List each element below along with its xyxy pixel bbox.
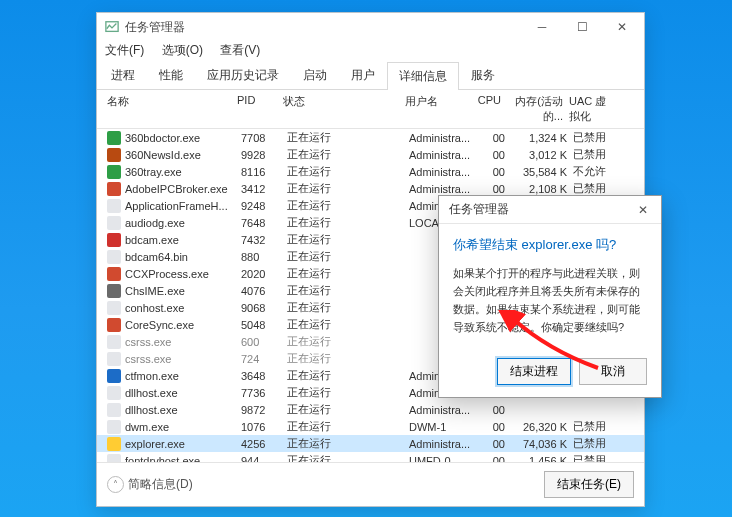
- process-row[interactable]: dllhost.exe9872正在运行Administra...00: [97, 401, 644, 418]
- process-state: 正在运行: [287, 164, 341, 179]
- header-user[interactable]: 用户名: [405, 94, 471, 124]
- confirm-dialog: 任务管理器 ✕ 你希望结束 explorer.exe 吗? 如果某个打开的程序与…: [438, 195, 662, 398]
- end-task-button[interactable]: 结束任务(E): [544, 471, 634, 498]
- tab-2[interactable]: 应用历史记录: [195, 61, 291, 89]
- process-state: 正在运行: [287, 147, 341, 162]
- process-row[interactable]: dwm.exe1076正在运行DWM-10026,320 K已禁用: [97, 418, 644, 435]
- tab-1[interactable]: 性能: [147, 61, 195, 89]
- process-icon: [107, 454, 121, 463]
- process-icon: [107, 233, 121, 247]
- process-icon: [107, 199, 121, 213]
- process-pid: 944: [241, 455, 287, 463]
- end-process-button[interactable]: 结束进程: [497, 358, 571, 385]
- process-row[interactable]: 360NewsId.exe9928正在运行Administra...003,01…: [97, 146, 644, 163]
- process-row[interactable]: 360bdoctor.exe7708正在运行Administra...001,3…: [97, 129, 644, 146]
- dialog-title-bar[interactable]: 任务管理器 ✕: [439, 196, 661, 224]
- header-cpu[interactable]: CPU: [471, 94, 501, 124]
- process-uac: 已禁用: [567, 130, 619, 145]
- header-uac[interactable]: UAC 虚拟化: [563, 94, 615, 124]
- process-name: CoreSync.exe: [125, 319, 241, 331]
- process-state: 正在运行: [287, 130, 341, 145]
- process-uac: 已禁用: [567, 147, 619, 162]
- chevron-up-icon: ˄: [107, 476, 124, 493]
- menu-file[interactable]: 文件(F): [105, 43, 144, 57]
- process-name: CCXProcess.exe: [125, 268, 241, 280]
- process-memory: 3,012 K: [505, 149, 567, 161]
- process-user: UMFD-0: [409, 455, 475, 463]
- dialog-title: 任务管理器: [449, 201, 631, 218]
- process-name: conhost.exe: [125, 302, 241, 314]
- dialog-buttons: 结束进程 取消: [439, 348, 661, 397]
- process-name: AdobeIPCBroker.exe: [125, 183, 241, 195]
- process-state: 正在运行: [287, 334, 341, 349]
- process-name: 360tray.exe: [125, 166, 241, 178]
- header-pid[interactable]: PID: [237, 94, 283, 124]
- process-state: 正在运行: [287, 249, 341, 264]
- process-icon: [107, 352, 121, 366]
- menu-options[interactable]: 选项(O): [162, 43, 203, 57]
- process-name: dllhost.exe: [125, 387, 241, 399]
- process-pid: 7708: [241, 132, 287, 144]
- minimize-button[interactable]: ─: [522, 13, 562, 41]
- tab-4[interactable]: 用户: [339, 61, 387, 89]
- tab-3[interactable]: 启动: [291, 61, 339, 89]
- cancel-button[interactable]: 取消: [579, 358, 647, 385]
- close-button[interactable]: ✕: [602, 13, 642, 41]
- process-pid: 3648: [241, 370, 287, 382]
- process-state: 正在运行: [287, 453, 341, 462]
- process-cpu: 00: [475, 404, 505, 416]
- process-state: 正在运行: [287, 317, 341, 332]
- process-memory: 35,584 K: [505, 166, 567, 178]
- process-state: 正在运行: [287, 368, 341, 383]
- process-cpu: 00: [475, 132, 505, 144]
- fewer-details-link[interactable]: ˄ 简略信息(D): [107, 476, 193, 493]
- process-cpu: 00: [475, 438, 505, 450]
- process-uac: 已禁用: [567, 419, 619, 434]
- process-row[interactable]: fontdrvhost.exe944正在运行UMFD-0001,456 K已禁用: [97, 452, 644, 462]
- header-state[interactable]: 状态: [283, 94, 337, 124]
- tab-5[interactable]: 详细信息: [387, 62, 459, 90]
- process-cpu: 00: [475, 421, 505, 433]
- process-icon: [107, 148, 121, 162]
- menu-bar: 文件(F) 选项(O) 查看(V): [97, 41, 644, 61]
- window-controls: ─ ☐ ✕: [522, 13, 642, 41]
- process-pid: 9068: [241, 302, 287, 314]
- process-icon: [107, 182, 121, 196]
- header-name[interactable]: 名称: [107, 94, 237, 124]
- process-icon: [107, 437, 121, 451]
- process-icon: [107, 403, 121, 417]
- tab-0[interactable]: 进程: [99, 61, 147, 89]
- process-row[interactable]: 360tray.exe8116正在运行Administra...0035,584…: [97, 163, 644, 180]
- process-pid: 9928: [241, 149, 287, 161]
- maximize-button[interactable]: ☐: [562, 13, 602, 41]
- process-user: Administra...: [409, 404, 475, 416]
- process-row[interactable]: explorer.exe4256正在运行Administra...0074,03…: [97, 435, 644, 452]
- process-state: 正在运行: [287, 300, 341, 315]
- menu-view[interactable]: 查看(V): [220, 43, 260, 57]
- process-cpu: 00: [475, 149, 505, 161]
- process-icon: [107, 386, 121, 400]
- process-icon: [107, 420, 121, 434]
- process-icon: [107, 301, 121, 315]
- process-state: 正在运行: [287, 232, 341, 247]
- title-bar[interactable]: 任务管理器 ─ ☐ ✕: [97, 13, 644, 41]
- process-state: 正在运行: [287, 283, 341, 298]
- process-pid: 600: [241, 336, 287, 348]
- process-pid: 8116: [241, 166, 287, 178]
- process-pid: 880: [241, 251, 287, 263]
- dialog-body: 你希望结束 explorer.exe 吗? 如果某个打开的程序与此进程关联，则会…: [439, 224, 661, 348]
- process-name: bdcam.exe: [125, 234, 241, 246]
- column-headers: 名称 PID 状态 用户名 CPU 内存(活动的... UAC 虚拟化: [97, 90, 644, 129]
- process-name: 360NewsId.exe: [125, 149, 241, 161]
- process-state: 正在运行: [287, 198, 341, 213]
- process-user: Administra...: [409, 438, 475, 450]
- tab-6[interactable]: 服务: [459, 61, 507, 89]
- process-uac: 已禁用: [567, 453, 619, 462]
- header-memory[interactable]: 内存(活动的...: [501, 94, 563, 124]
- footer: ˄ 简略信息(D) 结束任务(E): [97, 462, 644, 506]
- process-icon: [107, 250, 121, 264]
- process-uac: 已禁用: [567, 436, 619, 451]
- process-pid: 9872: [241, 404, 287, 416]
- process-icon: [107, 284, 121, 298]
- dialog-close-button[interactable]: ✕: [631, 203, 655, 217]
